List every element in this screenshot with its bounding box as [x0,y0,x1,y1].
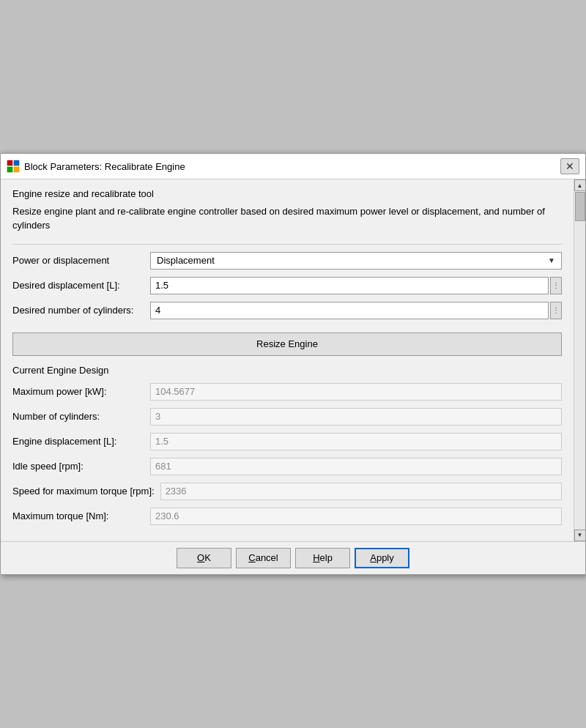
ok-button[interactable]: OK [177,548,231,568]
num-cylinders-label: Number of cylinders: [12,411,144,422]
dropdown-arrow-icon: ▼ [548,256,555,264]
window-title: Block Parameters: Recalibrate Engine [24,161,185,172]
apply-underline: A [370,552,377,563]
max-power-label: Maximum power [kW]: [12,386,144,397]
ok-rest: K [204,552,211,563]
power-displacement-dropdown[interactable]: Displacement ▼ [150,252,562,270]
speed-max-torque-row: Speed for maximum torque [rpm]: [12,483,562,500]
cancel-underline: C [248,552,255,563]
content-area: Engine resize and recalibrate tool Resiz… [1,179,585,541]
max-torque-label: Maximum torque [Nm]: [12,510,144,521]
help-underline: H [313,552,319,563]
desired-cylinders-row: Desired number of cylinders: ⋮ [12,302,562,319]
block-icon [7,160,20,173]
close-button[interactable]: ✕ [560,158,579,174]
three-dots-icon: ⋮ [552,281,560,289]
desired-displacement-menu-btn[interactable]: ⋮ [550,277,562,294]
ok-underline: O [197,552,204,563]
speed-max-torque-label: Speed for maximum torque [rpm]: [12,486,155,497]
svg-rect-1 [14,160,19,166]
desired-displacement-input-wrapper: ⋮ [150,277,562,294]
dropdown-value: Displacement [157,255,215,266]
svg-rect-3 [14,167,19,172]
max-torque-row: Maximum torque [Nm]: [12,508,562,525]
desired-cylinders-input-wrapper: ⋮ [150,302,562,319]
engine-displacement-row: Engine displacement [L]: [12,433,562,450]
max-torque-field [150,508,562,525]
apply-rest: pply [377,552,394,563]
section-title: Engine resize and recalibrate tool [12,188,562,199]
svg-rect-2 [7,167,12,172]
scroll-down-arrow[interactable]: ▼ [574,530,586,541]
apply-button[interactable]: Apply [355,548,409,568]
current-design-label: Current Engine Design [12,365,562,376]
divider-1 [12,244,562,245]
desired-displacement-row: Desired displacement [L]: ⋮ [12,277,562,294]
scrollbar-thumb[interactable] [575,192,585,221]
power-displacement-dropdown-container: Displacement ▼ [150,252,562,270]
desired-cylinders-input[interactable] [150,302,549,319]
description-text: Resize engine plant and re-calibrate eng… [12,205,562,231]
scrollbar-track[interactable] [574,222,585,529]
svg-rect-0 [7,160,12,166]
idle-speed-label: Idle speed [rpm]: [12,461,144,472]
idle-speed-row: Idle speed [rpm]: [12,458,562,475]
desired-cylinders-label: Desired number of cylinders: [12,305,144,316]
desired-displacement-label: Desired displacement [L]: [12,280,144,291]
speed-max-torque-field [160,483,562,500]
idle-speed-field [150,458,562,475]
help-rest: elp [320,552,333,563]
max-power-row: Maximum power [kW]: [12,383,562,401]
title-bar: Block Parameters: Recalibrate Engine ✕ [1,154,585,179]
title-bar-left: Block Parameters: Recalibrate Engine [7,160,185,173]
three-dots-icon-2: ⋮ [552,306,560,314]
num-cylinders-row: Number of cylinders: [12,408,562,426]
engine-displacement-field [150,433,562,450]
power-displacement-row: Power or displacement Displacement ▼ [12,252,562,270]
scroll-up-arrow[interactable]: ▲ [574,179,586,191]
engine-displacement-label: Engine displacement [L]: [12,436,144,447]
main-window: Block Parameters: Recalibrate Engine ✕ E… [0,153,586,574]
num-cylinders-field [150,408,562,426]
power-displacement-label: Power or displacement [12,255,144,266]
desired-displacement-input[interactable] [150,277,549,294]
main-content: Engine resize and recalibrate tool Resiz… [1,179,574,541]
max-power-field [150,383,562,401]
cancel-button[interactable]: Cancel [236,548,291,568]
help-button[interactable]: Help [295,548,350,568]
footer: OK Cancel Help Apply [1,541,585,574]
desired-cylinders-menu-btn[interactable]: ⋮ [550,302,562,319]
resize-engine-button[interactable]: Resize Engine [12,333,562,356]
scrollbar: ▲ ▼ [574,179,585,541]
cancel-rest: ancel [256,552,278,563]
